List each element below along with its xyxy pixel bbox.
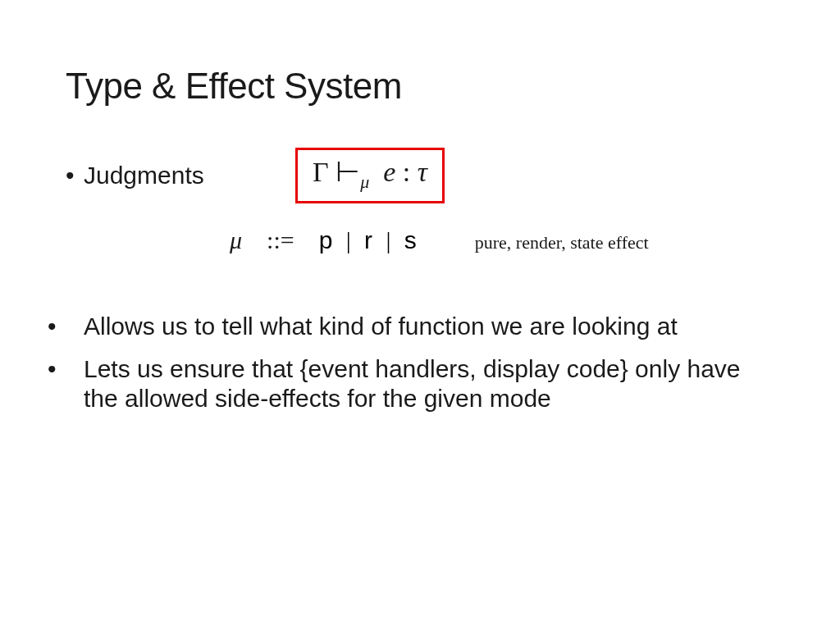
grammar-r: r bbox=[364, 226, 373, 253]
gamma-symbol: Γ bbox=[313, 157, 329, 187]
expr-symbol: e bbox=[383, 157, 395, 187]
bullet-3: •Lets us ensure that {event handlers, di… bbox=[66, 354, 774, 413]
colon-symbol: : bbox=[403, 157, 410, 187]
slide-title: Type & Effect System bbox=[66, 66, 774, 107]
bullet-2-text: Allows us to tell what kind of function … bbox=[84, 313, 678, 340]
grammar-annotation: pure, render, state effect bbox=[475, 232, 649, 253]
mu-subscript: μ bbox=[360, 171, 369, 192]
grammar-bnf: ::= bbox=[267, 226, 294, 254]
lower-bullets: •Allows us to tell what kind of function… bbox=[66, 312, 774, 413]
grammar-p: p bbox=[319, 226, 334, 253]
bullet-3-text: Lets us ensure that {event handlers, dis… bbox=[84, 355, 741, 412]
tau-symbol: τ bbox=[418, 157, 427, 187]
judgments-bullet: •Judgments bbox=[66, 162, 230, 189]
judgments-row: •Judgments Γ ⊢μ e : τ bbox=[66, 148, 774, 203]
grammar-lhs: μ bbox=[230, 226, 242, 254]
judgments-label: Judgments bbox=[84, 162, 204, 189]
grammar-rhs: p | r | s bbox=[319, 226, 418, 254]
slide-container: Type & Effect System •Judgments Γ ⊢μ e :… bbox=[0, 0, 840, 459]
judgment-box: Γ ⊢μ e : τ bbox=[295, 148, 445, 203]
grammar-s: s bbox=[404, 226, 418, 253]
turnstile-symbol: ⊢ bbox=[336, 157, 360, 187]
grammar-row: μ ::= p | r | s pure, render, state effe… bbox=[230, 226, 774, 254]
bullet-2: •Allows us to tell what kind of function… bbox=[66, 312, 774, 341]
bullet-marker: • bbox=[66, 354, 84, 384]
judgment-formula: Γ ⊢μ e : τ bbox=[313, 157, 427, 187]
grammar-sep-2: | bbox=[386, 226, 391, 253]
grammar-sep-1: | bbox=[346, 226, 352, 253]
bullet-marker: • bbox=[66, 312, 84, 341]
bullet-marker: • bbox=[66, 162, 84, 189]
